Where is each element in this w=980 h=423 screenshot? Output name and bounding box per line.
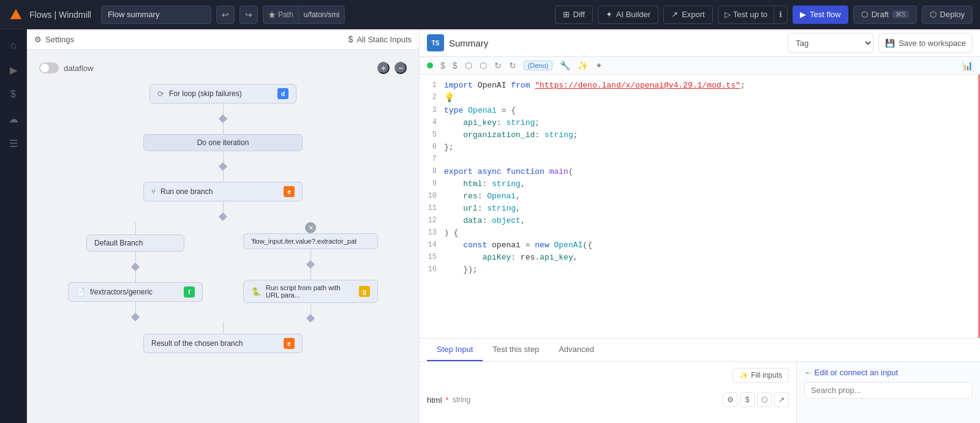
sidebar-item-list[interactable]: ☰ (2, 132, 24, 154)
info-icon: ℹ (779, 10, 782, 19)
default-branch-node[interactable]: Default Branch (86, 234, 184, 252)
deploy-icon: ⬡ (930, 10, 937, 19)
chart-icon[interactable]: 📊 (962, 61, 973, 70)
test-up-to-group: ▷ Test up to ℹ (718, 6, 788, 24)
sidebar-item-cloud[interactable]: ☁ (2, 108, 24, 130)
test-up-to-button[interactable]: ▷ Test up to (718, 6, 774, 24)
code-line-3: 3 type Openai = { (420, 105, 980, 117)
code-line-7: 7 (420, 154, 980, 166)
branch-expr-node[interactable]: 'flow_input.iter.value?.extractor_pat (243, 233, 378, 249)
run-branch-node[interactable]: ⑂ Run one branch e (143, 182, 303, 201)
loop-icon: ⟳ (157, 89, 164, 99)
code-line-2: 2 💡 (420, 92, 980, 105)
hex-icon-1[interactable]: ⬡ (465, 61, 472, 70)
tab-step-input[interactable]: Step Input (427, 339, 483, 361)
field-type: string (453, 395, 470, 404)
undo-button[interactable]: ↩ (216, 6, 235, 24)
field-icon-4[interactable]: ↗ (774, 392, 789, 407)
left-sidebar: ⌂ ▶ $ ☁ ☰ (0, 29, 27, 423)
bottom-tabs: Step Input Test this step Advanced ✨ Fil… (420, 338, 980, 423)
result-node[interactable]: Result of the chosen branch e (143, 334, 303, 353)
flow-canvas[interactable]: dataflow + − ⟳ For loop (skip failures) … (27, 50, 419, 423)
diamond-2 (219, 162, 227, 171)
play-icon: ▷ (725, 10, 731, 19)
connector-line-2 (223, 122, 224, 134)
field-icon-3[interactable]: ⬡ (757, 392, 772, 407)
sidebar-item-money[interactable]: $ (2, 83, 24, 105)
code-line-15: 15 apiKey: res.api_key, (420, 252, 980, 264)
sparkle-icon[interactable]: ✦ (595, 61, 603, 70)
python-icon: 🐍 (251, 287, 261, 296)
wrench-icon[interactable]: 🔧 (560, 61, 570, 70)
code-line-12: 12 data: object, (420, 215, 980, 227)
run-script-label: Run script from path with URL para... (266, 284, 349, 299)
test-flow-button[interactable]: ▶ Test flow (793, 6, 848, 24)
magic-icon[interactable]: ✨ (578, 61, 588, 70)
field-action-icons: ⚙ $ ⬡ ↗ (723, 392, 789, 407)
topbar: Flows | Windmill ↩ ↪ Path u/faton/smi ⊞ … (0, 0, 980, 29)
tag-select[interactable]: Tag (788, 33, 873, 53)
settings-section[interactable]: ⚙ Settings (34, 35, 74, 44)
fill-inputs-button[interactable]: ✨ Fill inputs (733, 368, 789, 383)
code-line-8: 8 export async function main( (420, 166, 980, 178)
test-up-to-info-button[interactable]: ℹ (774, 6, 787, 23)
branch-expr-row: ✕ (305, 222, 316, 233)
play-solid-icon: ▶ (800, 10, 806, 19)
search-prop-input[interactable] (804, 382, 973, 399)
flow-panel: ⚙ Settings $ All Static Inputs dataflow … (27, 29, 419, 423)
for-loop-node[interactable]: ⟳ For loop (skip failures) d (149, 84, 296, 103)
refresh-icon-2[interactable]: ↻ (509, 61, 516, 70)
extractors-node[interactable]: 📄 f/extractors/generic f (68, 282, 203, 302)
code-line-1: 1 import OpenAI from "https://deno.land/… (420, 80, 980, 92)
deno-badge[interactable]: (Deno) (524, 61, 553, 70)
code-editor[interactable]: 1 import OpenAI from "https://deno.land/… (420, 75, 980, 338)
svg-marker-0 (10, 9, 21, 19)
summary-input[interactable] (449, 38, 783, 48)
redo-button[interactable]: ↪ (239, 6, 258, 24)
status-dot (427, 62, 433, 69)
fill-inputs-row: ✨ Fill inputs (427, 368, 789, 387)
deploy-button[interactable]: ⬡ Deploy (922, 6, 973, 24)
dollar-icon-2[interactable]: $ (453, 61, 458, 70)
sidebar-item-home[interactable]: ⌂ (2, 34, 24, 56)
app-title: Flows | Windmill (29, 10, 91, 20)
export-button[interactable]: ↗ Export (663, 6, 713, 24)
field-icon-2[interactable]: $ (740, 392, 755, 407)
add-node-button[interactable]: + (377, 62, 390, 74)
connector-line-4 (223, 170, 224, 182)
for-loop-badge: d (277, 88, 288, 99)
diff-button[interactable]: ⊞ Diff (555, 6, 593, 24)
ai-builder-button[interactable]: ✦ AI Builder (598, 6, 658, 24)
dataflow-toggle[interactable] (39, 62, 59, 73)
field-icon-1[interactable]: ⚙ (723, 392, 737, 407)
branch-icon: ⑂ (151, 187, 156, 196)
hex-icon-2[interactable]: ⬡ (480, 61, 487, 70)
diamond-1 (219, 114, 227, 123)
run-script-node[interactable]: 🐍 Run script from path with URL para... … (243, 280, 378, 303)
dollar-icon-1[interactable]: $ (440, 61, 445, 70)
remove-node-button[interactable]: − (394, 62, 407, 74)
dataflow-label: dataflow (64, 64, 93, 73)
settings-icon: ⚙ (34, 35, 42, 44)
code-line-11: 11 url: string, (420, 203, 980, 215)
sidebar-item-run[interactable]: ▶ (2, 59, 24, 81)
tab-content: ✨ Fill inputs html * string ⚙ $ ⬡ ↗ (420, 362, 980, 423)
all-static-inputs-section[interactable]: $ All Static Inputs (349, 34, 412, 44)
tab-test-step[interactable]: Test this step (483, 339, 549, 361)
code-line-4: 4 api_key: string; (420, 117, 980, 129)
do-iteration-node[interactable]: Do one iteration (143, 134, 303, 151)
diff-icon: ⊞ (563, 10, 570, 19)
for-loop-label: For loop (skip failures) (169, 89, 242, 98)
run-branch-label: Run one branch (160, 187, 213, 196)
right-branch: ✕ 'flow_input.iter.value?.extractor_pat … (227, 222, 394, 321)
tab-advanced[interactable]: Advanced (549, 339, 604, 361)
close-branch-button[interactable]: ✕ (305, 222, 316, 233)
tab-bar: Step Input Test this step Advanced (420, 339, 980, 362)
left-branch: Default Branch 📄 f/extractors/generic f (51, 222, 219, 320)
refresh-icon-1[interactable]: ↻ (494, 61, 502, 70)
flow-summary-input[interactable] (101, 6, 211, 24)
diamond-3 (219, 212, 227, 221)
draft-button[interactable]: ⬡ Draft ⌘S (853, 6, 917, 24)
edit-connect-title: ← Edit or connect an input (804, 368, 973, 377)
save-to-workspace-button[interactable]: 💾 Save to workspace (878, 33, 973, 53)
